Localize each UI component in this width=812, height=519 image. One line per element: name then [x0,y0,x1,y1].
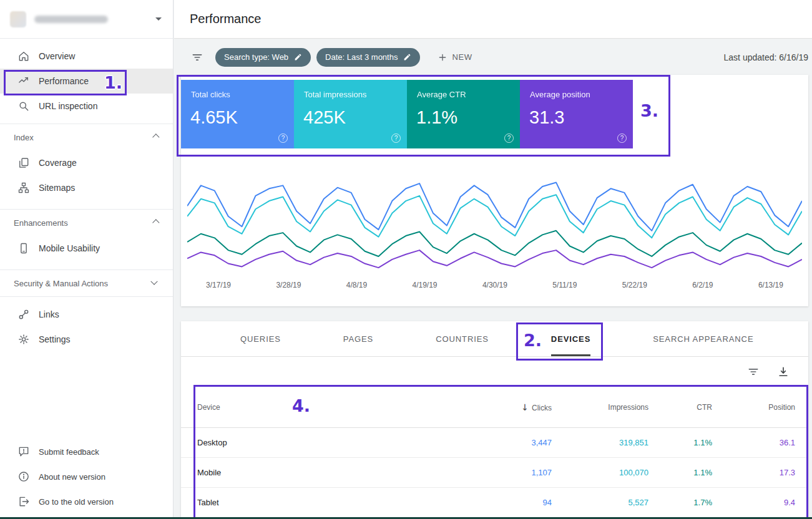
sidebar-item-sitemaps[interactable]: Sitemaps [0,175,173,200]
table-row-tablet: Tablet 94 5,527 1.7% 9.4 [181,488,808,518]
sidebar-item-label: Submit feedback [39,447,99,457]
info-icon [17,470,30,483]
filter-toolbar: Search type: Web Date: Last 3 months NEW… [174,39,812,75]
sidebar-section-index: Index Coverage Sitemaps [0,124,173,209]
chip-label: Date: Last 3 months [325,52,398,62]
x-axis-label: 4/19/19 [413,281,438,289]
sidebar-item-label: About new version [39,472,105,482]
chevron-down-icon [155,17,162,21]
section-label: Enhancements [14,218,68,228]
sidebar-nav-tools: Links Settings [0,297,173,357]
clicks-cell: 94 [446,498,552,507]
position-cell: 17.3 [712,468,795,477]
gear-icon [17,333,30,346]
x-axis-label: 5/11/19 [552,281,577,289]
sidebar-item-label: Go to the old version [39,497,114,507]
plus-icon [438,52,448,62]
sidebar-item-settings[interactable]: Settings [0,327,173,352]
table-toolbar [181,357,808,387]
sidebar-item-label: Mobile Usability [39,243,100,253]
table-filter-icon[interactable] [747,366,760,378]
tab-queries[interactable]: QUERIES [240,321,281,356]
column-header-position[interactable]: Position [712,403,795,412]
table-header-row: Device ↓Clicks Impressions CTR Position [181,387,808,428]
x-axis-label: 3/28/19 [276,281,301,289]
device-cell: Desktop [197,438,446,447]
ctr-cell: 1.1% [648,438,712,447]
sidebar-nav-top: Overview Performance URL inspection [0,39,173,124]
x-axis-label: 6/13/19 [758,281,783,289]
metric-title: Total impressions [304,90,366,99]
ctr-cell: 1.1% [648,468,712,477]
chevron-up-icon [152,133,159,140]
sidebar-item-links[interactable]: Links [0,302,173,327]
chip-label: Search type: Web [224,52,288,62]
tab-devices[interactable]: DEVICES [551,321,590,356]
sidebar-item-performance[interactable]: Performance [0,69,173,94]
chart-x-axis-labels: 3/17/193/28/194/8/194/19/194/30/195/11/1… [181,281,808,289]
tab-search-appearance[interactable]: SEARCH APPEARANCE [653,321,753,356]
impressions-cell: 5,527 [552,498,648,507]
sidebar-item-label: Sitemaps [39,183,75,193]
sidebar-item-url-inspection[interactable]: URL inspection [0,94,173,119]
sidebar-item-go-to-old-version[interactable]: Go to the old version [0,489,173,514]
dimensions-table-card: QUERIES PAGES COUNTRIES DEVICES SEARCH A… [181,321,808,519]
mobile-icon [17,242,30,255]
sidebar-item-label: Coverage [39,158,77,168]
property-name-redacted [34,16,108,23]
x-axis-label: 6/2/19 [692,281,713,289]
help-icon[interactable]: ? [391,133,401,143]
sidebar-item-label: URL inspection [39,101,97,111]
page-header: Performance [174,0,812,39]
metric-value: 425K [303,107,346,128]
sidebar-item-coverage[interactable]: Coverage [0,150,173,175]
column-header-clicks[interactable]: ↓Clicks [446,402,552,412]
tab-pages[interactable]: PAGES [343,321,373,356]
column-header-device[interactable]: Device [197,403,446,412]
links-icon [17,308,30,321]
sidebar-item-overview[interactable]: Overview [0,44,173,69]
metric-card-average-ctr[interactable]: Average CTR 1.1% ? [407,80,520,148]
position-cell: 36.1 [712,438,795,447]
help-icon[interactable]: ? [278,133,288,143]
sidebar-item-submit-feedback[interactable]: Submit feedback [0,439,173,464]
metric-card-total-clicks[interactable]: Total clicks 4.65K ? [181,80,294,148]
section-header-enhancements[interactable]: Enhancements [0,210,173,236]
sidebar-item-label: Overview [39,51,75,61]
column-header-ctr[interactable]: CTR [648,403,712,412]
property-selector[interactable] [0,0,173,39]
section-header-index[interactable]: Index [0,124,173,150]
metric-card-total-impressions[interactable]: Total impressions 425K ? [294,80,407,148]
column-header-impressions[interactable]: Impressions [552,403,648,412]
ctr-cell: 1.7% [648,498,712,507]
impressions-cell: 319,851 [552,438,648,447]
metric-card-average-position[interactable]: Average position 31.3 ? [520,80,633,148]
tab-countries[interactable]: COUNTRIES [436,321,489,356]
page-title: Performance [190,12,262,26]
search-icon [17,100,30,112]
sidebar: Overview Performance URL inspection Inde… [0,0,174,519]
section-label: Index [14,133,34,142]
x-axis-label: 5/22/19 [622,281,647,289]
help-icon[interactable]: ? [617,133,627,143]
pencil-icon [403,53,411,61]
filter-icon[interactable] [191,51,203,64]
download-icon[interactable] [777,366,790,378]
search-type-chip[interactable]: Search type: Web [215,48,311,67]
date-range-chip[interactable]: Date: Last 3 months [316,48,420,67]
chevron-down-icon [150,278,157,285]
device-cell: Mobile [197,468,446,477]
metric-title: Average position [530,90,590,99]
last-updated-text: Last updated: 6/16/19 [724,52,808,62]
section-header-security-manual-actions[interactable]: Security & Manual Actions [0,270,173,296]
sidebar-item-label: Links [39,309,59,319]
sidebar-item-about-new-version[interactable]: About new version [0,464,173,489]
dimension-tabs: QUERIES PAGES COUNTRIES DEVICES SEARCH A… [181,321,808,357]
help-icon[interactable]: ? [504,133,514,143]
performance-line-chart[interactable] [187,162,802,281]
sidebar-item-mobile-usability[interactable]: Mobile Usability [0,236,173,261]
clicks-cell: 3,447 [446,438,552,447]
sidebar-item-label: Settings [39,334,71,344]
chevron-up-icon [152,219,159,226]
new-filter-button[interactable]: NEW [438,52,472,62]
